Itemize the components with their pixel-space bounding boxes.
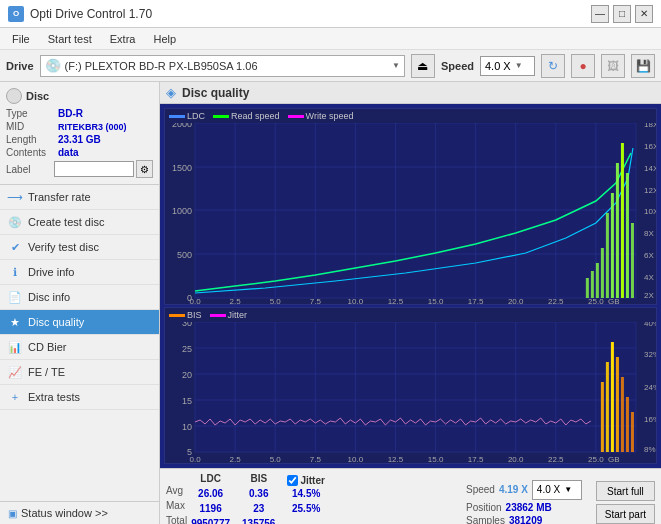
save-button[interactable]: 💾: [631, 54, 655, 78]
sidebar-item-cd-bier[interactable]: 📊 CD Bier: [0, 335, 159, 360]
sidebar-item-create-test-disc-label: Create test disc: [28, 216, 104, 228]
svg-text:2X: 2X: [644, 291, 654, 300]
status-window-icon: ▣: [8, 508, 17, 519]
svg-text:8%: 8%: [644, 445, 656, 454]
drive-label: Drive: [6, 60, 34, 72]
legend-read-speed: Read speed: [213, 111, 280, 121]
settings-button[interactable]: ●: [571, 54, 595, 78]
svg-rect-97: [606, 362, 609, 452]
start-full-button[interactable]: Start full: [596, 481, 655, 501]
sidebar-item-disc-quality[interactable]: ★ Disc quality: [0, 310, 159, 335]
svg-text:25.0: 25.0: [588, 455, 604, 463]
svg-text:4X: 4X: [644, 273, 654, 282]
create-test-disc-icon: 💿: [8, 215, 22, 229]
app-icon: O: [8, 6, 24, 22]
drive-select[interactable]: 💿 (F:) PLEXTOR BD-R PX-LB950SA 1.06 ▼: [40, 55, 405, 77]
bis-max: 23: [253, 503, 264, 517]
sidebar-item-fe-te[interactable]: 📈 FE / TE: [0, 360, 159, 385]
speed-avg-value: 4.19 X: [499, 484, 528, 495]
menu-extra[interactable]: Extra: [102, 31, 144, 47]
minimize-button[interactable]: —: [591, 5, 609, 23]
chart-header: ◈ Disc quality: [160, 82, 661, 104]
title-bar: O Opti Drive Control 1.70 — □ ✕: [0, 0, 661, 28]
menu-help[interactable]: Help: [145, 31, 184, 47]
svg-text:20.0: 20.0: [508, 297, 524, 304]
status-window-button[interactable]: ▣ Status window >>: [0, 501, 159, 524]
svg-rect-47: [601, 248, 604, 298]
disc-mid-value: RITEKBR3 (000): [58, 122, 127, 132]
svg-rect-45: [591, 271, 594, 298]
menu-file[interactable]: File: [4, 31, 38, 47]
disc-contents-value: data: [58, 147, 79, 158]
info-button[interactable]: 🖼: [601, 54, 625, 78]
jitter-checkbox[interactable]: [287, 475, 298, 486]
ldc-max: 1196: [199, 503, 221, 517]
maximize-button[interactable]: □: [613, 5, 631, 23]
disc-label-row: Label ⚙: [6, 160, 153, 178]
ldc-avg: 26.06: [198, 488, 223, 502]
sidebar-item-extra-tests[interactable]: + Extra tests: [0, 385, 159, 410]
charts-container: LDC Read speed Write speed: [160, 104, 661, 468]
svg-rect-48: [606, 213, 609, 298]
svg-text:32%: 32%: [644, 350, 656, 359]
disc-type-label: Type: [6, 108, 58, 119]
svg-text:15: 15: [182, 396, 192, 406]
disc-contents-row: Contents data: [6, 147, 153, 158]
svg-text:17.5: 17.5: [468, 297, 484, 304]
sidebar-item-create-test-disc[interactable]: 💿 Create test disc: [0, 210, 159, 235]
stats-row-labels: Avg Max Total: [166, 473, 187, 524]
disc-label-button[interactable]: ⚙: [136, 160, 153, 178]
svg-rect-46: [596, 263, 599, 298]
jitter-col: Jitter 14.5% 25.5%: [287, 473, 324, 524]
svg-text:8X: 8X: [644, 229, 654, 238]
svg-text:16%: 16%: [644, 415, 656, 424]
speed-row: Speed 4.19 X 4.0 X ▼: [466, 480, 582, 500]
svg-text:20.0: 20.0: [508, 455, 524, 463]
speed-select-stats[interactable]: 4.0 X ▼: [532, 480, 582, 500]
right-stats: Speed 4.19 X 4.0 X ▼ Position 23862 MB S…: [466, 480, 582, 525]
svg-text:18X: 18X: [644, 123, 656, 129]
svg-text:25.0: 25.0: [588, 297, 604, 304]
svg-text:1000: 1000: [172, 206, 192, 216]
svg-text:22.5: 22.5: [548, 297, 564, 304]
eject-button[interactable]: ⏏: [411, 54, 435, 78]
svg-text:14X: 14X: [644, 164, 656, 173]
svg-text:30: 30: [182, 322, 192, 328]
disc-label-input[interactable]: [54, 161, 134, 177]
svg-text:10.0: 10.0: [348, 455, 364, 463]
speed-value: 4.0 X: [485, 60, 511, 72]
speed-select[interactable]: 4.0 X ▼: [480, 56, 535, 76]
sidebar-item-disc-info-label: Disc info: [28, 291, 70, 303]
disc-header: Disc: [6, 88, 153, 104]
menu-start-test[interactable]: Start test: [40, 31, 100, 47]
svg-text:12.5: 12.5: [388, 297, 404, 304]
ldc-header: LDC: [200, 473, 221, 487]
top-chart: LDC Read speed Write speed: [164, 108, 657, 305]
sidebar-item-drive-info[interactable]: ℹ Drive info: [0, 260, 159, 285]
legend-write-speed-label: Write speed: [306, 111, 354, 121]
position-value: 23862 MB: [506, 502, 552, 513]
svg-text:0.0: 0.0: [189, 297, 201, 304]
action-buttons: Start full Start part: [596, 481, 655, 524]
disc-contents-label: Contents: [6, 147, 58, 158]
sidebar-item-transfer-rate[interactable]: ⟶ Transfer rate: [0, 185, 159, 210]
disc-title: Disc: [26, 90, 49, 102]
svg-text:1500: 1500: [172, 163, 192, 173]
disc-panel: Disc Type BD-R MID RITEKBR3 (000) Length…: [0, 82, 159, 185]
start-part-button[interactable]: Start part: [596, 504, 655, 524]
stats-max-label: Max: [166, 500, 187, 514]
sidebar-item-disc-info[interactable]: 📄 Disc info: [0, 285, 159, 310]
svg-text:GB: GB: [608, 297, 620, 304]
cd-bier-icon: 📊: [8, 340, 22, 354]
disc-type-value: BD-R: [58, 108, 83, 119]
refresh-button[interactable]: ↻: [541, 54, 565, 78]
sidebar-item-drive-info-label: Drive info: [28, 266, 74, 278]
main-layout: Disc Type BD-R MID RITEKBR3 (000) Length…: [0, 82, 661, 524]
close-button[interactable]: ✕: [635, 5, 653, 23]
sidebar-item-verify-test-disc[interactable]: ✔ Verify test disc: [0, 235, 159, 260]
drive-dropdown-arrow: ▼: [392, 61, 400, 70]
legend-write-speed-color: [288, 115, 304, 118]
status-window-label: Status window >>: [21, 507, 108, 519]
stats-total-label: Total: [166, 515, 187, 524]
svg-rect-101: [626, 397, 629, 452]
